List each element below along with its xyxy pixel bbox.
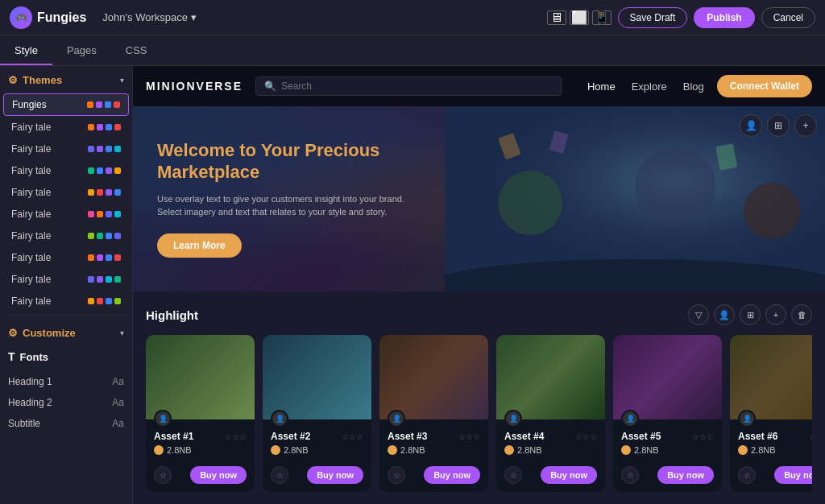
customize-icon: ⚙	[8, 327, 18, 339]
workspace-selector[interactable]: John's Workspace ▾	[96, 8, 203, 27]
theme-item-5[interactable]: Fairy tale	[3, 204, 129, 225]
font-item-heading2[interactable]: Heading 2 Aa	[8, 392, 124, 413]
hero-tool-grid[interactable]: ⊞	[767, 114, 790, 137]
asset-price-4: 2.8NB	[517, 445, 542, 455]
hero-cta-button[interactable]: Learn More	[157, 233, 242, 258]
buy-button-4[interactable]: Buy now	[541, 466, 597, 484]
color-dot	[96, 101, 102, 108]
tab-css[interactable]: CSS	[111, 35, 162, 65]
price-coin-icon	[388, 445, 397, 455]
asset-price-2: 2.8NB	[284, 445, 309, 455]
color-dot	[88, 298, 94, 304]
buy-button-5[interactable]: Buy now	[657, 466, 714, 484]
customize-chevron[interactable]: ▾	[120, 328, 124, 337]
save-draft-button[interactable]: Save Draft	[618, 7, 688, 28]
asset-card-5: 👤 Asset #5 ☆☆☆ 2.8NB ☆	[613, 335, 722, 492]
sidebar: ⚙ Themes ▾ Fungies Fairy tale	[0, 66, 133, 504]
asset-thumbnail-4	[496, 335, 605, 419]
asset-favorite-3[interactable]: ☆	[388, 466, 405, 484]
publish-button[interactable]: Publish	[694, 7, 754, 28]
nav-link-explore[interactable]: Explore	[632, 81, 667, 93]
tablet-icon[interactable]: ⬜	[570, 10, 589, 25]
themes-section-header: ⚙ Themes ▾	[0, 66, 132, 93]
search-input[interactable]	[281, 81, 553, 92]
buy-button-1[interactable]: Buy now	[190, 466, 247, 484]
hero-tool-profile[interactable]: 👤	[740, 114, 762, 137]
buy-button-6[interactable]: Buy now	[774, 466, 812, 484]
theme-item-8[interactable]: Fairy tale	[3, 269, 129, 290]
asset-image-2: 👤	[263, 335, 371, 419]
tab-pages[interactable]: Pages	[52, 35, 111, 65]
grid-icon[interactable]: ⊞	[740, 304, 761, 325]
filter-icon[interactable]: ▽	[688, 304, 709, 325]
asset-card-2: 👤 Asset #2 ☆☆☆ 2.8NB ☆	[263, 335, 371, 492]
hero-tool-buttons: 👤 ⊞ +	[740, 114, 817, 137]
customize-title: ⚙ Customize	[8, 327, 76, 339]
font-item-subtitle[interactable]: Subtitle Aa	[8, 413, 124, 434]
theme-item-1[interactable]: Fairy tale	[3, 117, 129, 138]
font-item-heading1[interactable]: Heading 1 Aa	[8, 371, 124, 392]
hero-tool-add[interactable]: +	[794, 114, 817, 137]
price-coin-icon	[504, 445, 514, 455]
theme-item-3[interactable]: Fairy tale	[3, 160, 129, 181]
asset-name-6: Asset #6	[738, 431, 777, 442]
color-dot	[114, 189, 121, 196]
theme-item-7[interactable]: Fairy tale	[3, 247, 129, 268]
fonts-icon: T	[8, 350, 15, 363]
color-dot	[114, 101, 120, 108]
color-dot	[97, 189, 103, 196]
asset-stars-1: ☆☆☆	[225, 432, 247, 441]
nav-link-blog[interactable]: Blog	[683, 81, 704, 93]
asset-avatar-6: 👤	[738, 410, 756, 428]
asset-avatar-3: 👤	[388, 410, 405, 428]
asset-name-4: Asset #4	[504, 431, 544, 442]
buy-button-2[interactable]: Buy now	[307, 466, 363, 484]
color-dot	[114, 254, 121, 261]
asset-favorite-6[interactable]: ☆	[738, 466, 756, 484]
theme-colors-fungies	[87, 101, 120, 108]
themes-chevron[interactable]: ▾	[120, 76, 124, 85]
theme-item-6[interactable]: Fairy tale	[3, 225, 129, 246]
theme-item-fungies[interactable]: Fungies	[3, 93, 129, 116]
theme-colors-9	[88, 298, 121, 304]
theme-item-9[interactable]: Fairy tale	[3, 291, 129, 312]
theme-item-4[interactable]: Fairy tale	[3, 182, 129, 203]
site-nav-links: Home Explore Blog	[587, 81, 704, 93]
fonts-title: T Fonts	[8, 350, 124, 363]
asset-thumbnail-6	[730, 335, 812, 419]
profile-icon[interactable]: 👤	[714, 304, 735, 325]
delete-icon[interactable]: 🗑	[791, 304, 812, 325]
asset-favorite-1[interactable]: ☆	[154, 466, 172, 484]
asset-favorite-5[interactable]: ☆	[621, 466, 639, 484]
asset-price-row-4: 2.8NB	[504, 445, 597, 455]
connect-wallet-button[interactable]: Connect Wallet	[717, 75, 812, 97]
asset-favorite-4[interactable]: ☆	[504, 466, 522, 484]
logo-text: Fungies	[37, 10, 86, 25]
tab-style[interactable]: Style	[0, 35, 52, 65]
buy-button-3[interactable]: Buy now	[424, 466, 480, 484]
color-dot	[114, 167, 121, 174]
color-dot	[97, 276, 103, 283]
svg-point-4	[635, 147, 715, 227]
asset-avatar-2: 👤	[271, 410, 288, 428]
asset-image-4: 👤	[496, 335, 605, 419]
color-dot	[105, 101, 111, 108]
add-icon[interactable]: +	[765, 304, 786, 325]
highlight-tools: ▽ 👤 ⊞ + 🗑	[688, 304, 812, 325]
cancel-button[interactable]: Cancel	[761, 7, 815, 28]
mobile-icon[interactable]: 📱	[592, 10, 611, 25]
sidebar-divider	[6, 315, 126, 316]
hero-content: Welcome to Your Precious Marketplace Use…	[133, 116, 455, 282]
nav-link-home[interactable]: Home	[587, 81, 616, 93]
color-dot	[106, 167, 112, 174]
site-search-bar[interactable]: 🔍	[255, 76, 562, 96]
asset-name-3: Asset #3	[388, 431, 427, 442]
asset-avatar-1: 👤	[154, 410, 172, 428]
color-dot	[97, 233, 103, 239]
desktop-icon[interactable]: 🖥	[547, 10, 566, 25]
asset-card-6: 👤 Asset #6 ☆☆☆ 2.8NB ☆	[730, 335, 812, 492]
asset-favorite-2[interactable]: ☆	[271, 466, 288, 484]
content-area: MINIONVERSE 🔍 Home Explore Blog Connect …	[133, 66, 825, 504]
theme-item-2[interactable]: Fairy tale	[3, 138, 129, 159]
price-coin-icon	[738, 445, 748, 455]
